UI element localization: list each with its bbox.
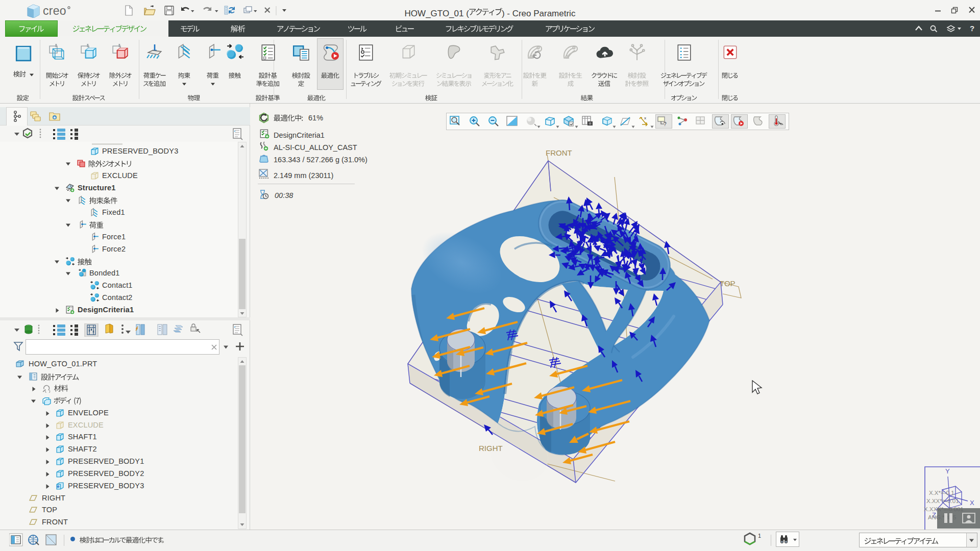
svg-text:X.X*=-0.1: X.X*=-0.1	[929, 490, 954, 496]
svg-text:Y: Y	[945, 467, 950, 475]
svg-text:X.XX*=-0.01: X.XX*=-0.01	[926, 498, 959, 504]
svg-text:X: X	[970, 499, 974, 507]
svg-text:TOP: TOP	[720, 279, 736, 288]
svg-text:FRONT: FRONT	[546, 148, 572, 157]
svg-text:1: 1	[758, 533, 761, 539]
svg-text:RIGHT: RIGHT	[479, 444, 503, 453]
svg-text:?: ?	[970, 24, 974, 33]
